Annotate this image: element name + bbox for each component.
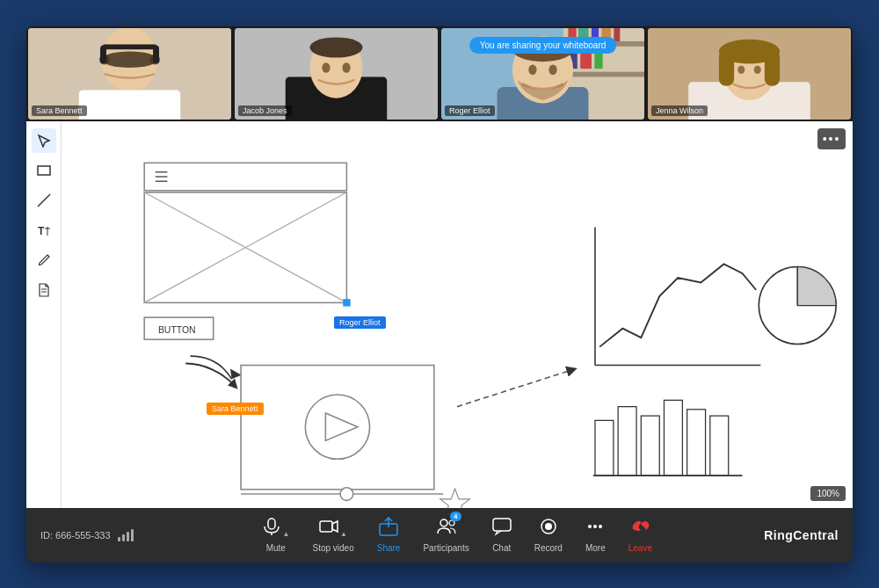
svg-point-75 [340,487,353,500]
leave-button[interactable]: Leave [620,513,661,556]
svg-rect-65 [618,406,636,475]
whiteboard[interactable]: ••• BUTTON [62,121,853,508]
svg-point-88 [588,525,592,528]
signal-bars [118,529,134,541]
tool-line[interactable] [32,188,56,213]
svg-rect-37 [765,49,780,86]
svg-rect-58 [241,365,434,489]
more-options-button[interactable]: ••• [817,128,846,149]
chat-label: Chat [492,543,511,553]
svg-point-89 [593,525,597,528]
svg-rect-85 [493,519,511,531]
leave-label: Leave [628,543,652,553]
tool-pen[interactable] [32,248,56,272]
app-window: Sara Bennett Jacob Jones [26,26,853,563]
zoom-indicator: 100% [810,486,846,501]
brand-logo: RingCentral [733,528,839,542]
svg-rect-18 [563,71,644,76]
svg-text:BUTTON: BUTTON [158,324,196,334]
main-area: T ••• [26,121,853,508]
tool-text[interactable]: T [32,218,56,243]
svg-rect-36 [719,49,734,86]
stop-video-label: Stop video [312,543,353,553]
svg-line-61 [457,369,572,406]
svg-rect-79 [320,521,332,532]
svg-rect-69 [710,416,729,475]
bottom-bar: ID: 666-555-333 ▲ Mute ▲ [26,508,853,563]
participant-name-sara: Sara Bennett [32,105,87,116]
record-button[interactable]: Record [526,513,571,556]
whiteboard-canvas: BUTTON [62,121,853,508]
svg-point-30 [528,64,536,75]
svg-point-39 [754,65,761,73]
participant-tile-jacob: Jacob Jones [235,28,438,120]
participant-name-jenna: Jenna Wilson [651,105,708,116]
participant-name-jacob: Jacob Jones [238,105,292,116]
svg-marker-76 [440,489,470,508]
meeting-id: ID: 666-555-333 [40,530,111,541]
participants-badge: 4 [450,512,461,521]
svg-line-41 [38,194,50,207]
svg-rect-77 [268,519,275,529]
svg-point-14 [342,62,350,73]
share-label: Share [377,543,401,553]
participant-tile-sara: Sara Bennett [28,28,231,120]
svg-point-3 [101,51,158,67]
participants-label: Participants [423,543,469,553]
tool-select[interactable] [32,128,56,153]
sharing-banner: You are sharing your whiteboard [469,37,617,54]
svg-point-90 [599,525,602,528]
tool-file[interactable] [32,278,56,302]
mute-label: Mute [266,543,286,553]
svg-rect-2 [79,90,181,120]
participant-tile-roger: You are sharing your whiteboard Roger El… [441,28,644,120]
record-label: Record [534,543,563,553]
svg-rect-47 [144,163,346,190]
svg-rect-54 [343,299,350,306]
stop-video-button[interactable]: ▲ Stop video [303,513,362,556]
toolbar: T [26,121,62,508]
more-button[interactable]: More [577,513,614,556]
participants-button[interactable]: 4 Participants [414,513,477,556]
svg-rect-66 [641,416,659,475]
chat-button[interactable]: Chat [483,513,520,556]
svg-rect-8 [102,44,156,49]
mute-button[interactable]: ▲ Mute [253,513,298,556]
svg-point-38 [737,65,745,73]
participant-tile-jenna: Jenna Wilson [648,28,851,120]
svg-marker-80 [332,521,338,532]
share-button[interactable]: Share [368,513,410,556]
svg-point-31 [548,64,556,75]
svg-rect-68 [687,409,706,475]
svg-point-87 [545,523,552,530]
svg-rect-40 [38,166,50,175]
svg-text:T: T [38,225,45,237]
tool-rectangle[interactable] [32,158,56,183]
svg-point-13 [322,62,330,73]
svg-rect-67 [664,400,682,475]
svg-point-12 [309,37,362,57]
controls-center: ▲ Mute ▲ Stop video [181,513,733,556]
meeting-info: ID: 666-555-333 [40,529,181,541]
svg-point-83 [440,519,447,526]
participant-name-roger: Roger Elliot [445,105,495,116]
svg-rect-64 [595,420,614,475]
more-label: More [585,543,606,553]
participant-strip: Sara Bennett Jacob Jones [26,26,853,121]
